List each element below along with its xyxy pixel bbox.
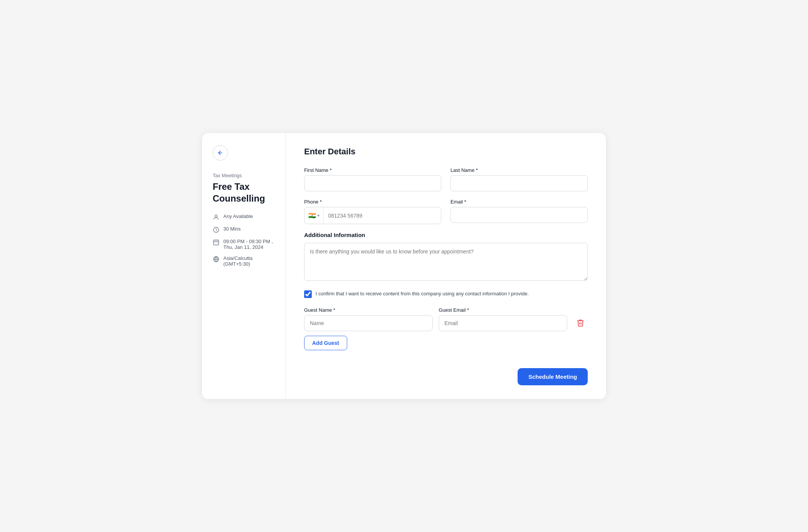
schedule-meeting-button[interactable]: Schedule Meeting [518,368,588,385]
first-name-label: First Name * [304,167,441,173]
info-item-host: Any Available [213,213,275,221]
phone-group: Phone * 🇮🇳 ▾ [304,199,441,224]
right-panel: Enter Details First Name * Last Name * P… [286,133,606,399]
host-text: Any Available [223,213,253,219]
consent-checkbox[interactable] [304,290,312,298]
first-name-group: First Name * [304,167,441,191]
name-row: First Name * Last Name * [304,167,588,191]
last-name-label: Last Name * [450,167,588,173]
guest-name-group: Guest Name * [304,307,433,331]
duration-text: 30 Mins [223,226,241,232]
left-panel: Tax Meetings Free Tax Counselling Any Av… [202,133,286,399]
delete-guest-button[interactable] [573,315,588,331]
consent-row: I confirm that I want to receive content… [304,290,588,298]
guest-section: Guest Name * Guest Email * Add Guest [304,307,588,350]
additional-info-section: Additional Information [304,232,588,282]
meeting-title: Free Tax Counselling [213,181,275,204]
info-item-datetime: 09:00 PM - 09:30 PM , Thu, Jan 11, 2024 [213,239,275,250]
phone-label: Phone * [304,199,441,205]
trash-icon [576,319,585,327]
person-icon [213,214,220,221]
additional-info-label: Additional Information [304,232,588,238]
guest-name-input[interactable] [304,315,433,331]
form-title: Enter Details [304,147,588,157]
last-name-input[interactable] [450,175,588,191]
clock-icon [213,226,220,233]
phone-number-input[interactable] [324,208,441,223]
svg-rect-2 [213,240,219,245]
chevron-down-icon: ▾ [317,213,319,218]
consent-label: I confirm that I want to receive content… [316,290,529,298]
additional-info-textarea[interactable] [304,243,588,281]
category-label: Tax Meetings [213,173,275,178]
info-item-duration: 30 Mins [213,226,275,233]
globe-icon [213,256,220,263]
guest-name-label: Guest Name * [304,307,433,313]
timezone-text: Asia/Calcutta (GMT+5:30) [223,255,275,267]
email-group: Email * [450,199,588,224]
consent-checkbox-wrapper [304,290,312,298]
email-label: Email * [450,199,588,205]
back-button[interactable] [213,145,228,160]
email-input[interactable] [450,207,588,223]
phone-flag-selector[interactable]: 🇮🇳 ▾ [305,207,324,224]
guest-email-group: Guest Email * [439,307,567,331]
first-name-input[interactable] [304,175,441,191]
main-card: Tax Meetings Free Tax Counselling Any Av… [202,133,606,399]
last-name-group: Last Name * [450,167,588,191]
guest-email-input[interactable] [439,315,567,331]
flag-emoji: 🇮🇳 [308,212,316,219]
svg-point-0 [215,215,217,217]
phone-input-wrapper: 🇮🇳 ▾ [304,207,441,224]
guest-row: Guest Name * Guest Email * [304,307,588,331]
phone-email-row: Phone * 🇮🇳 ▾ Email * [304,199,588,224]
guest-email-label: Guest Email * [439,307,567,313]
datetime-text: 09:00 PM - 09:30 PM , Thu, Jan 11, 2024 [223,239,275,250]
info-list: Any Available 30 Mins 09:00 PM - 09:30 P… [213,213,275,267]
calendar-icon [213,239,220,246]
info-item-timezone: Asia/Calcutta (GMT+5:30) [213,255,275,267]
add-guest-button[interactable]: Add Guest [304,336,347,350]
